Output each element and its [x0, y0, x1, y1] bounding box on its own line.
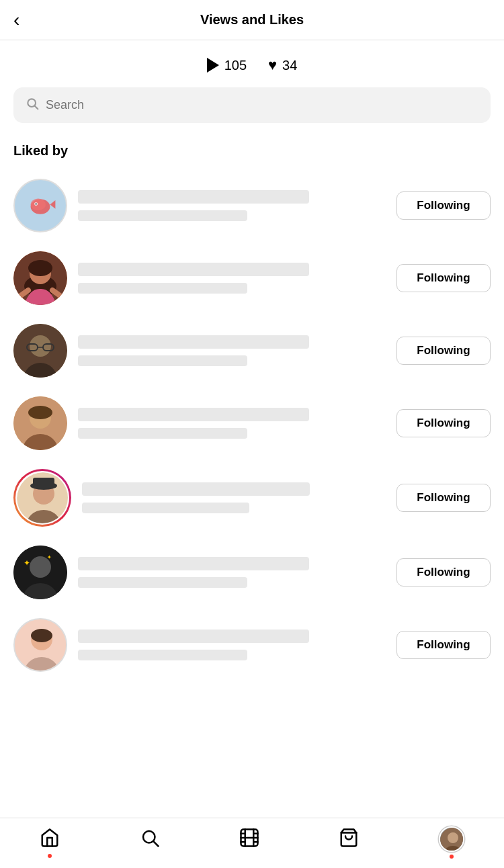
liked-by-heading: Liked by	[0, 136, 504, 169]
user-info	[78, 335, 386, 366]
avatar	[13, 324, 67, 378]
svg-line-1	[35, 106, 38, 110]
shop-icon	[339, 828, 359, 851]
list-item: Following	[0, 314, 504, 387]
stats-row: 105 ♥ 34	[0, 40, 504, 87]
svg-text:✦: ✦	[24, 558, 30, 568]
user-info	[78, 408, 386, 439]
heart-icon: ♥	[268, 56, 277, 74]
search-nav-icon	[140, 828, 160, 851]
search-input[interactable]	[46, 98, 478, 112]
nav-shop[interactable]	[339, 828, 359, 851]
username-placeholder	[78, 263, 309, 276]
user-info	[78, 263, 386, 294]
svg-marker-4	[50, 200, 55, 209]
list-item: Following	[0, 169, 504, 242]
avatar: ✦ ✦	[13, 546, 67, 599]
user-info	[78, 557, 386, 588]
svg-rect-26	[33, 478, 54, 487]
following-button[interactable]: Following	[396, 264, 491, 292]
following-button[interactable]: Following	[396, 337, 491, 365]
list-item: ✦ ✦ Following	[0, 536, 504, 609]
username-placeholder	[78, 190, 309, 204]
handle-placeholder	[78, 577, 247, 588]
play-icon	[207, 58, 219, 73]
list-item: Following	[0, 242, 504, 314]
handle-placeholder	[78, 650, 247, 660]
nav-reels[interactable]	[239, 828, 259, 851]
svg-point-6	[35, 203, 36, 204]
svg-point-14	[30, 335, 51, 357]
svg-point-22	[28, 406, 52, 419]
handle-placeholder	[78, 428, 247, 439]
username-placeholder	[82, 482, 310, 496]
home-icon	[40, 828, 60, 851]
username-placeholder	[78, 630, 309, 643]
following-button[interactable]: Following	[396, 191, 491, 220]
svg-point-35	[31, 629, 52, 642]
username-placeholder	[78, 335, 309, 349]
svg-point-10	[28, 260, 52, 276]
avatar	[13, 251, 67, 305]
avatar	[13, 179, 67, 232]
profile-dot	[450, 855, 454, 859]
user-info	[78, 630, 386, 660]
avatar-story-ring	[13, 469, 71, 527]
following-button[interactable]: Following	[396, 558, 491, 587]
search-bar	[13, 87, 491, 123]
list-item: Following	[0, 387, 504, 460]
handle-placeholder	[78, 210, 247, 221]
svg-text:✦: ✦	[47, 554, 52, 560]
handle-placeholder	[78, 355, 247, 366]
search-container	[0, 87, 504, 136]
username-placeholder	[78, 408, 309, 421]
following-button[interactable]: Following	[396, 484, 491, 512]
list-item: Following	[0, 609, 504, 681]
svg-line-38	[153, 841, 158, 846]
svg-point-42	[448, 832, 458, 843]
handle-placeholder	[82, 503, 249, 513]
back-button[interactable]: ‹	[13, 11, 19, 30]
page-title: Views and Likes	[200, 12, 304, 28]
user-info	[82, 482, 386, 513]
list-item: Following	[0, 460, 504, 536]
user-list: Following Following	[0, 169, 504, 748]
handle-placeholder	[78, 283, 247, 294]
likes-count: 34	[282, 58, 297, 73]
likes-stat: ♥ 34	[268, 56, 297, 74]
views-stat: 105	[207, 58, 247, 73]
nav-profile[interactable]	[439, 826, 464, 852]
nav-home[interactable]	[40, 828, 60, 851]
following-button[interactable]: Following	[396, 631, 491, 659]
user-info	[78, 190, 386, 221]
reels-icon	[239, 828, 259, 851]
following-button[interactable]: Following	[396, 409, 491, 437]
header: ‹ Views and Likes	[0, 0, 504, 40]
svg-point-3	[31, 199, 46, 211]
views-count: 105	[224, 58, 247, 73]
username-placeholder	[78, 557, 309, 570]
home-dot	[48, 854, 52, 858]
avatar	[13, 396, 67, 450]
avatar	[13, 618, 67, 672]
bottom-nav	[0, 818, 504, 868]
profile-avatar	[439, 826, 464, 852]
search-icon	[26, 97, 39, 114]
nav-search[interactable]	[140, 828, 160, 851]
